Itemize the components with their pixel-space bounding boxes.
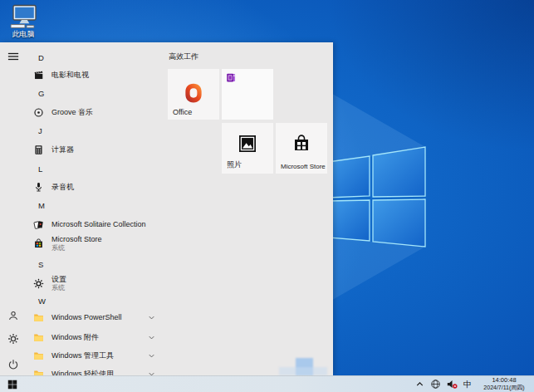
app-label: 计算器 xyxy=(51,145,74,155)
section-letter: L xyxy=(38,164,42,174)
user-account-icon[interactable] xyxy=(7,310,19,321)
desktop-icon-this-pc[interactable]: 此电脑 xyxy=(5,4,42,38)
folder-item-admin-tools[interactable]: Windows 管理工具 xyxy=(27,346,164,365)
chevron-down-icon[interactable] xyxy=(147,370,156,376)
start-button[interactable] xyxy=(0,376,25,392)
app-item-microsoft-store[interactable]: Microsoft Store 系统 xyxy=(27,232,164,255)
folder-item-powershell[interactable]: Windows PowerShell xyxy=(27,308,164,326)
app-sublabel: 系统 xyxy=(51,284,66,292)
app-label: Groove 音乐 xyxy=(51,107,93,118)
system-tray: 中 14:00:48 2024/7/11(周四) xyxy=(414,376,532,392)
taskbar-clock[interactable]: 14:00:48 2024/7/11(周四) xyxy=(477,377,532,391)
section-header-s[interactable]: S xyxy=(27,255,164,273)
solitaire-cards-icon xyxy=(33,219,44,230)
power-icon[interactable] xyxy=(7,359,19,370)
folder-icon xyxy=(33,312,44,323)
folder-icon xyxy=(33,369,44,376)
section-header-w[interactable]: W xyxy=(27,292,164,310)
taskbar: 中 14:00:48 2024/7/11(周四) xyxy=(0,375,534,392)
hidden-icons-chevron-icon[interactable] xyxy=(414,379,425,390)
acrylic-light-patch xyxy=(279,367,327,375)
folder-label: Windows 附件 xyxy=(51,332,99,343)
tile-label: Microsoft Store xyxy=(281,163,326,170)
tile-microsoft-store[interactable]: Microsoft Store xyxy=(276,123,327,174)
folder-label: Windows PowerShell xyxy=(51,313,122,321)
volume-muted-icon[interactable] xyxy=(446,379,458,390)
folder-icon xyxy=(33,332,44,343)
clock-date: 2024/7/11(周四) xyxy=(477,385,532,392)
microsoft-store-bag-icon xyxy=(291,134,311,154)
app-label: Microsoft Store xyxy=(51,235,102,243)
movies-tv-icon xyxy=(33,70,44,81)
app-sublabel: 系统 xyxy=(51,244,102,252)
tile-office[interactable]: Office xyxy=(168,69,219,120)
computer-monitor-icon xyxy=(9,4,37,29)
app-label: Microsoft Solitaire Collection xyxy=(51,220,146,228)
chevron-down-icon[interactable] xyxy=(147,333,156,342)
calculator-icon xyxy=(33,145,44,155)
app-label: 录音机 xyxy=(51,182,74,193)
tile-group-title[interactable]: 高效工作 xyxy=(169,51,198,62)
section-letter: G xyxy=(38,89,44,98)
clock-time: 14:00:48 xyxy=(477,377,532,385)
app-item-groove-music[interactable]: Groove 音乐 xyxy=(27,103,164,121)
windows-logo-icon xyxy=(7,380,17,390)
store-bag-icon xyxy=(33,238,44,249)
tile-label: 照片 xyxy=(227,159,242,170)
app-list: D 电影和电视 G Groove 音乐 J 计算器 L 录音机 M Micros… xyxy=(27,42,164,375)
settings-rail-icon[interactable] xyxy=(7,333,19,345)
folder-label: Windows 轻松使用 xyxy=(51,369,114,376)
section-header-l[interactable]: L xyxy=(27,159,164,178)
folder-item-windows-accessories[interactable]: Windows 附件 xyxy=(27,328,164,346)
section-header-d[interactable]: D xyxy=(27,48,164,66)
onenote-logo-icon xyxy=(226,72,237,83)
app-item-calculator[interactable]: 计算器 xyxy=(27,140,164,159)
photos-icon xyxy=(238,134,257,154)
section-header-g[interactable]: G xyxy=(27,84,164,102)
app-label: 设置 xyxy=(51,275,66,283)
start-menu-left-rail xyxy=(0,42,27,375)
folder-item-ease-of-access[interactable]: Windows 轻松使用 xyxy=(27,365,164,375)
tile-area: 高效工作 Office 照片 Microsoft Store xyxy=(164,42,333,375)
section-letter: J xyxy=(38,126,42,135)
desktop-icon-label: 此电脑 xyxy=(5,30,42,38)
office-logo-icon xyxy=(182,81,205,105)
voice-recorder-icon xyxy=(33,182,44,193)
groove-music-icon xyxy=(33,107,44,118)
gear-icon xyxy=(33,278,44,289)
tile-photos[interactable]: 照片 xyxy=(222,123,273,174)
app-item-solitaire[interactable]: Microsoft Solitaire Collection xyxy=(27,215,164,233)
folder-label: Windows 管理工具 xyxy=(51,350,114,361)
section-letter: M xyxy=(38,201,45,210)
network-globe-icon[interactable] xyxy=(430,379,441,390)
app-item-voice-recorder[interactable]: 录音机 xyxy=(27,178,164,196)
folder-icon xyxy=(33,350,44,361)
tile-onenote[interactable] xyxy=(222,69,273,120)
section-header-j[interactable]: J xyxy=(27,121,164,140)
section-header-m[interactable]: M xyxy=(27,196,164,214)
tile-label: Office xyxy=(173,108,192,116)
start-menu: D 电影和电视 G Groove 音乐 J 计算器 L 录音机 M Micros… xyxy=(0,42,333,375)
section-letter: D xyxy=(38,53,44,62)
chevron-down-icon[interactable] xyxy=(147,351,156,360)
app-item-movies-tv[interactable]: 电影和电视 xyxy=(27,66,164,84)
section-letter: S xyxy=(38,260,43,269)
chevron-down-icon[interactable] xyxy=(147,313,156,322)
hamburger-menu-icon[interactable] xyxy=(7,51,19,62)
app-label: 电影和电视 xyxy=(51,70,89,81)
section-letter: W xyxy=(38,296,46,306)
ime-indicator[interactable]: 中 xyxy=(463,380,472,389)
